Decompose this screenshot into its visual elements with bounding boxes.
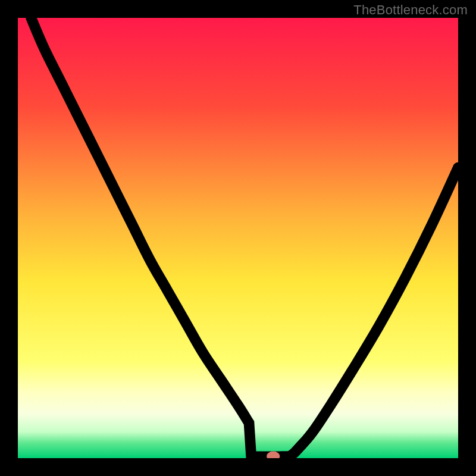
chart-svg: [18, 18, 458, 458]
watermark-text: TheBottleneck.com: [353, 2, 468, 18]
chart-frame: TheBottleneck.com: [0, 0, 476, 476]
gradient-background: [18, 18, 458, 458]
plot-area: [18, 18, 458, 458]
